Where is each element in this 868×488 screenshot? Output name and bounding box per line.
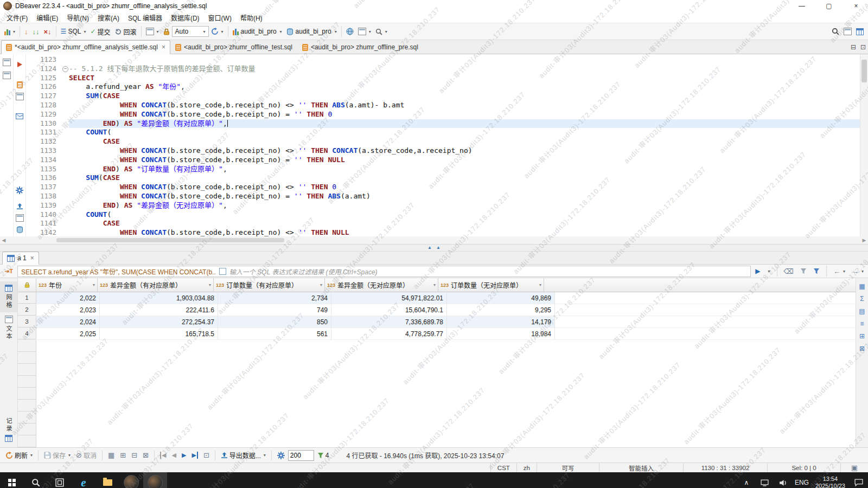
restore-panel-icon[interactable] [3,59,11,66]
hscroll-thumb[interactable] [56,238,284,242]
explain-plan-icon[interactable] [16,93,24,100]
goto-row-button[interactable]: ⊡ [201,450,212,460]
grid-cell[interactable]: 2,024 [36,316,100,328]
expand-filter-icon[interactable] [219,268,226,275]
references-panel-icon[interactable]: ≡ [860,320,864,328]
grid-cell[interactable]: 2,734 [218,292,331,304]
code-line[interactable]: 1142 WHEN CONCAT(b.store_code,b.receipt_… [26,228,860,236]
commit-button[interactable]: ✓ 提交 [88,26,112,37]
menu-item-2[interactable]: 导航(N) [62,12,93,23]
app-button-1[interactable] [119,472,143,488]
menu-item-0[interactable]: 文件(F) [2,12,32,23]
prev-row-button[interactable]: ◀ [169,451,178,460]
filter-menu-button[interactable]: ▾ [765,268,773,275]
table-row[interactable]: 12,0221,903,034.882,73454,971,822.0149,8… [18,292,856,304]
outline-panel-icon[interactable] [3,72,11,79]
maximize-editor-button[interactable]: ⊡ [858,42,868,52]
code-line[interactable]: 1127 SUM(CASE [26,92,860,101]
tray-volume-button[interactable] [774,472,793,488]
code-line[interactable]: 1131 COUNT( [26,128,860,137]
connection-selector[interactable]: audit_bi_pro▾ [231,27,284,36]
first-row-button[interactable]: ◀ [158,451,168,460]
column-menu-icon[interactable]: ▾ [93,282,95,287]
transaction-lock-button[interactable] [161,27,172,36]
last-row-button[interactable]: ▶ [189,451,200,460]
code-line[interactable]: 1129 WHEN CONCAT(b.store_code,b.receipt_… [26,110,860,119]
export-data-button[interactable]: 导出数据...▾ [219,450,268,461]
code-line[interactable]: 1125SELECT [26,74,860,83]
taskbar-clock[interactable]: 13:54 2025/10/23 [811,472,850,488]
menu-item-5[interactable]: 数据库(D) [167,12,204,23]
grid-cell[interactable]: 2,023 [36,304,100,316]
connection-tunnel-button[interactable]: ▾ [356,27,373,36]
row-number[interactable]: 4 [18,328,36,339]
editor-results-splitter[interactable]: ▲▲ [0,245,868,252]
column-menu-icon[interactable]: ▾ [539,282,541,287]
grid-corner-cell[interactable] [18,278,36,292]
column-header-3[interactable]: 123差异金额（无对应原单）▾ [325,278,438,292]
mail-export-icon[interactable] [16,113,23,119]
editor-tab-1[interactable]: <audit_bi_pro> zhumr_offline_test.sql [170,40,297,54]
file-explorer-button[interactable] [95,472,119,488]
save-filter-button[interactable] [811,267,822,275]
column-header-0[interactable]: 123年份▾ [36,278,98,292]
rollback-button[interactable]: 回滚 [112,26,138,37]
editor-tab-0[interactable]: *<audit_bi_pro> zhumr_offline_analysis_s… [1,40,170,54]
row-number[interactable]: 2 [18,304,36,316]
row-number[interactable]: 1 [18,292,36,304]
fetch-size-input[interactable] [288,450,314,461]
metadata-panel-icon[interactable]: ▤ [859,307,865,315]
menu-item-7[interactable]: 帮助(H) [236,12,267,23]
grid-cell[interactable]: 15,604,790.1 [331,304,447,316]
taskbar-search-button[interactable] [24,472,48,488]
add-row-button[interactable]: ⊞ [118,450,128,460]
grid-cell[interactable]: 9,295 [447,304,555,316]
next-row-button[interactable]: ▶ [180,451,188,460]
execute-statement-button[interactable] [17,62,22,67]
settings-gear-icon[interactable] [16,187,23,194]
close-button[interactable]: × [844,0,868,12]
column-header-2[interactable]: 123订单数量（有对应原单）▾ [214,278,325,292]
refresh-button[interactable]: 刷新▾ [3,450,35,461]
add-panel-icon[interactable]: ⊞ [859,332,865,340]
code-line[interactable]: 1136 SUM(CASE [26,174,860,183]
filter-input[interactable]: SELECT a.refund_year AS "年份", SUM(CASE W… [17,266,751,277]
code-area[interactable]: 11231124−-- 5.1.2 线下每年退款大于原销售的差异金额、订单数量1… [26,54,860,236]
grid-cell[interactable]: 165,718.5 [100,328,218,339]
apply-filter-button[interactable]: ▶ [753,266,762,276]
search-menu-button[interactable]: ▾ [373,27,390,36]
code-line[interactable]: 1126 a.refund_year AS "年份", [26,82,860,92]
column-header-4[interactable]: 123订单数量（无对应原单）▾ [438,278,544,292]
code-line[interactable]: 1134 WHEN CONCAT(b.store_code,b.receipt_… [26,156,860,165]
menu-item-6[interactable]: 窗口(W) [204,12,236,23]
open-perspective-button[interactable] [841,27,854,36]
hscroll-right-arrow[interactable]: ▶ [860,237,868,243]
grid-cell[interactable]: 272,254.37 [100,316,218,328]
editor-hscrollbar[interactable]: ◀ ▶ [0,236,868,245]
edge-button[interactable]: e [72,472,95,488]
table-row[interactable]: 22,023222,411.674915,604,790.19,295 [18,304,856,316]
grid-cell[interactable]: 18,984 [447,328,555,339]
grid-cell[interactable]: 4,778,259.77 [331,328,447,339]
save-file-icon[interactable] [16,214,24,222]
caret-position-cell[interactable]: 1130 : 31 : 33902 [683,463,767,472]
grid-cell[interactable]: 850 [218,316,331,328]
sql-editor-menu-button[interactable]: ☰ SQL▾ [59,27,88,36]
action-center-button[interactable] [850,472,868,488]
edit-cell-button[interactable]: ▦ [106,450,117,460]
insert-mode-cell[interactable]: 智能插入 [599,463,683,472]
hscroll-left-arrow[interactable]: ◀ [0,237,8,243]
fetch-count-button[interactable]: 4 [315,451,331,460]
tab-close-icon[interactable]: × [162,43,165,51]
selection-cell[interactable]: Sel: 0 | 0 [767,463,840,472]
quick-search-button[interactable] [829,27,841,36]
filter-history-back-button[interactable]: ←▾ [831,266,847,277]
text-view-tab[interactable]: 文本 [0,312,17,344]
splitter-up-icon[interactable]: ▲ [427,246,432,250]
transaction-mode-button[interactable]: ▾ [144,27,161,36]
grid-cell[interactable]: 561 [218,328,331,339]
results-tab[interactable]: a 1 × [2,252,39,265]
results-tab-close-icon[interactable]: × [30,254,34,262]
start-button[interactable] [0,472,24,488]
grid-cell[interactable]: 14,179 [447,316,555,328]
